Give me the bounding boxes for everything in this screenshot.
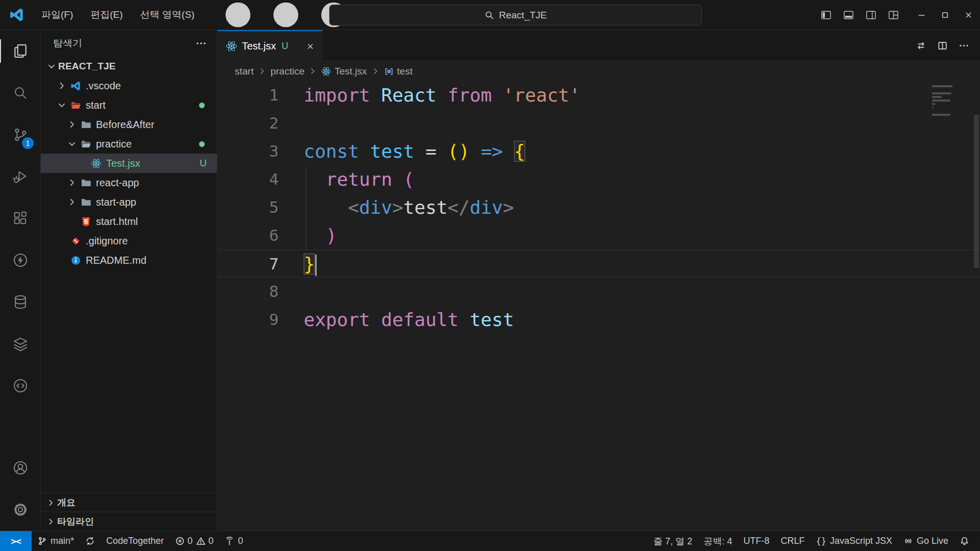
status-indentation[interactable]: 공백: 4 — [698, 531, 738, 551]
file-tree: REACT_TJE.vscodestartBefore&Afterpractic… — [41, 57, 217, 270]
status-broadcast[interactable]: 0 — [219, 531, 249, 551]
activity-source-control[interactable]: 1 — [0, 114, 40, 156]
status-notifications[interactable] — [954, 531, 975, 551]
tree-item-practice[interactable]: practice — [41, 134, 217, 154]
code-editor[interactable]: 1import React from 'react'23const test =… — [217, 81, 980, 531]
close-button[interactable] — [957, 0, 980, 30]
activity-live-preview[interactable] — [0, 365, 40, 407]
toggle-primary-sidebar-button[interactable] — [817, 6, 835, 24]
code-line-3[interactable]: 3const test = () => { — [217, 137, 980, 165]
toggle-secondary-sidebar-button[interactable] — [862, 6, 880, 24]
minimize-button[interactable] — [910, 0, 933, 30]
tree-item-test-jsx[interactable]: Test.jsxU — [41, 154, 217, 173]
code-line-9[interactable]: 9export default test — [217, 306, 980, 334]
line-number: 2 — [217, 109, 279, 137]
warning-icon — [196, 536, 206, 546]
explorer-more-actions-button[interactable] — [195, 38, 207, 49]
menu-e[interactable]: 편집(E) — [82, 0, 131, 30]
code-line-6[interactable]: 6 ) — [217, 221, 980, 249]
breadcrumb-test[interactable]: test — [384, 66, 413, 77]
menu-s[interactable]: 선택 영역(S) — [132, 0, 204, 30]
activity-run-debug[interactable] — [0, 156, 40, 197]
editor-group: Test.jsx U startpracticeTest.jsxtest 1im… — [217, 30, 980, 531]
activity-search[interactable] — [0, 72, 40, 114]
tree-item-react-app[interactable]: react-app — [41, 173, 217, 192]
git-untracked-badge: U — [200, 158, 207, 169]
code-line-8[interactable]: 8 — [217, 278, 980, 306]
code-line-7[interactable]: 7} — [217, 249, 980, 278]
tree-item-react-tje[interactable]: REACT_TJE — [41, 57, 217, 76]
split-icon — [935, 38, 949, 53]
minimap[interactable] — [932, 85, 953, 116]
tree-item--gitignore[interactable]: .gitignore — [41, 231, 217, 251]
code-line-4[interactable]: 4 return ( — [217, 165, 980, 193]
status-go-live[interactable]: Go Live — [898, 531, 954, 551]
tab-bar: Test.jsx U — [217, 30, 980, 61]
chevron-right-icon — [65, 196, 79, 208]
code-line-text: ) — [279, 221, 337, 249]
menu-f[interactable]: 파일(F) — [33, 0, 82, 30]
activity-accounts[interactable] — [0, 447, 40, 489]
layout-controls — [817, 6, 902, 24]
compare-changes-button[interactable] — [914, 38, 928, 53]
command-center-search[interactable]: React_TJE — [329, 5, 702, 26]
status-eol[interactable]: CRLF — [775, 531, 810, 551]
line-number: 8 — [217, 278, 279, 306]
tab-test-jsx[interactable]: Test.jsx U — [217, 30, 323, 61]
code-line-text — [279, 109, 304, 137]
chevron-spacer — [65, 216, 79, 227]
react-icon — [226, 40, 237, 52]
status-sync-changes[interactable] — [80, 531, 101, 551]
vscode-icon — [69, 80, 82, 91]
activity-explorer[interactable] — [0, 30, 40, 72]
swap-icon — [914, 38, 928, 53]
remote-indicator-button[interactable]: >< — [0, 531, 32, 551]
react-icon — [90, 158, 102, 169]
problem-count: 0 — [208, 536, 213, 546]
editor-scrollbar[interactable] — [974, 115, 979, 268]
activity-database[interactable] — [0, 281, 40, 323]
error-icon — [175, 536, 185, 546]
status-encoding[interactable]: UTF-8 — [738, 531, 775, 551]
split-editor-button[interactable] — [935, 38, 949, 53]
more-icon — [195, 38, 207, 49]
toggle-panel-button[interactable] — [839, 6, 857, 24]
status-label: CRLF — [780, 536, 804, 546]
status-git-branch[interactable]: main* — [32, 531, 80, 551]
customize-layout-button[interactable] — [884, 6, 902, 24]
status-cursor-position[interactable]: 줄 7, 열 2 — [648, 531, 698, 551]
titlebar-right — [817, 0, 980, 30]
tree-item-before-after[interactable]: Before&After — [41, 115, 217, 134]
sidebar-section-0[interactable]: 개요 — [41, 493, 217, 512]
search-icon — [484, 10, 494, 20]
status-language-mode[interactable]: {}JavaScript JSX — [810, 531, 898, 551]
explorer-header: 탐색기 — [41, 30, 217, 57]
folder-icon — [80, 177, 92, 188]
panel-left-icon — [817, 6, 835, 24]
tree-item-start[interactable]: start — [41, 95, 217, 115]
activity-layers[interactable] — [0, 323, 40, 365]
activity-settings[interactable] — [0, 489, 40, 531]
code-line-1[interactable]: 1import React from 'react' — [217, 81, 980, 109]
status-codetogether[interactable]: CodeTogether — [101, 531, 169, 551]
status-problems[interactable]: 00 — [169, 531, 219, 551]
activity-extensions[interactable] — [0, 197, 40, 239]
sidebar-section-1[interactable]: 타임라인 — [41, 512, 217, 531]
more-actions-button[interactable] — [957, 38, 971, 53]
code-circle-icon — [12, 378, 29, 394]
workbench: 1 탐색기 REACT_TJE.vscodestartBefore&Afterp… — [0, 30, 980, 531]
maximize-button[interactable] — [933, 0, 957, 30]
statusbar-left: main*CodeTogether000 — [32, 531, 249, 551]
tree-item-start-html[interactable]: start.html — [41, 212, 217, 231]
tree-item--vscode[interactable]: .vscode — [41, 76, 217, 95]
code-line-2[interactable]: 2 — [217, 109, 980, 137]
code-line-5[interactable]: 5 <div>test</div> — [217, 193, 980, 221]
activity-thunder-client[interactable] — [0, 239, 40, 281]
status-label: main* — [51, 536, 74, 546]
statusbar-right: 줄 7, 열 2공백: 4UTF-8CRLF{}JavaScript JSXGo… — [648, 531, 980, 551]
tree-item-start-app[interactable]: start-app — [41, 192, 217, 212]
symbol-icon — [384, 66, 394, 77]
close-tab-icon[interactable] — [305, 41, 316, 52]
tree-item-readme-md[interactable]: README.md — [41, 251, 217, 270]
line-number: 9 — [217, 306, 279, 334]
